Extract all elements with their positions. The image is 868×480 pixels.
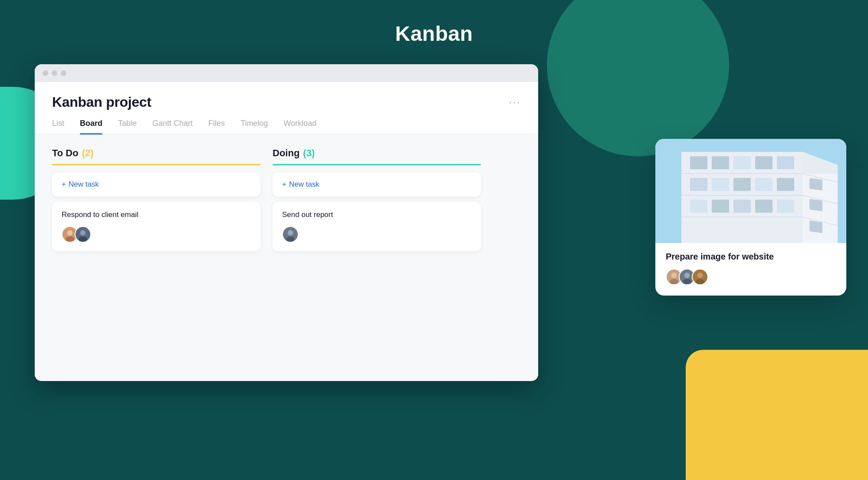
svg-point-5 <box>79 236 87 242</box>
svg-rect-15 <box>712 156 729 169</box>
column-todo-underline <box>52 164 260 165</box>
svg-rect-19 <box>690 178 707 191</box>
more-options-button[interactable]: ··· <box>509 97 521 108</box>
svg-rect-28 <box>777 200 794 213</box>
browser-dot-1 <box>43 70 48 76</box>
new-task-label: New task <box>69 180 99 189</box>
column-doing-title: Doing <box>273 148 299 159</box>
avatar-user-3 <box>282 226 299 243</box>
task-card-respond-email[interactable]: Respond to client email <box>52 202 260 251</box>
browser-titlebar <box>35 64 538 82</box>
tab-gantt-chart[interactable]: Gantt Chart <box>152 119 193 134</box>
project-header: Kanban project ··· <box>35 82 538 110</box>
svg-rect-16 <box>733 156 751 169</box>
new-task-label-doing: New task <box>289 180 319 189</box>
task-avatars-respond-email <box>62 226 251 243</box>
svg-point-38 <box>671 273 677 278</box>
floating-card-title: Prepare image for website <box>666 252 836 262</box>
column-doing-underline <box>273 164 481 165</box>
svg-point-39 <box>670 279 678 285</box>
column-doing-header: Doing (3) <box>273 148 481 159</box>
svg-rect-36 <box>809 220 822 233</box>
browser-dot-2 <box>52 70 57 76</box>
bg-decoration-rect-yellow <box>686 350 868 480</box>
column-doing: Doing (3) + New task Send out report <box>273 148 481 372</box>
floating-card-prepare-image[interactable]: Prepare image for website <box>655 139 846 296</box>
project-title: Kanban project <box>52 94 151 110</box>
task-title-send-report: Send out report <box>282 210 471 219</box>
board-area: To Do (2) + New task Respond to client e… <box>35 135 538 381</box>
avatar-user-2 <box>75 226 91 243</box>
svg-rect-27 <box>755 200 773 213</box>
svg-rect-26 <box>733 200 751 213</box>
task-avatars-send-report <box>282 226 471 243</box>
tab-list[interactable]: List <box>52 119 64 134</box>
svg-point-42 <box>683 279 691 285</box>
browser-content: Kanban project ··· List Board Table Gant… <box>35 82 538 381</box>
floating-card-avatars <box>666 269 836 285</box>
tab-table[interactable]: Table <box>118 119 137 134</box>
svg-point-45 <box>696 279 704 285</box>
svg-point-4 <box>80 230 86 236</box>
svg-rect-22 <box>755 178 773 191</box>
svg-rect-14 <box>690 156 707 169</box>
column-todo-title: To Do <box>52 148 79 159</box>
task-title-respond-email: Respond to client email <box>62 210 251 219</box>
column-doing-count: (3) <box>303 148 315 159</box>
tab-board[interactable]: Board <box>80 119 102 134</box>
avatar-prepare-3 <box>692 269 708 285</box>
column-todo-header: To Do (2) <box>52 148 260 159</box>
page-title: Kanban <box>395 22 473 46</box>
svg-point-2 <box>66 236 74 242</box>
svg-rect-17 <box>755 156 773 169</box>
column-todo: To Do (2) + New task Respond to client e… <box>52 148 260 372</box>
plus-icon-doing: + <box>282 180 286 189</box>
floating-card-image <box>655 139 846 243</box>
tab-files[interactable]: Files <box>208 119 225 134</box>
new-task-button-doing[interactable]: + New task <box>273 172 481 197</box>
tabs-bar: List Board Table Gantt Chart Files Timel… <box>35 110 538 135</box>
tab-timelog[interactable]: Timelog <box>240 119 268 134</box>
browser-dot-3 <box>61 70 66 76</box>
svg-point-7 <box>288 230 293 236</box>
browser-window: Kanban project ··· List Board Table Gant… <box>35 64 538 381</box>
svg-rect-24 <box>690 200 707 213</box>
tab-workload[interactable]: Workload <box>283 119 316 134</box>
column-todo-count: (2) <box>82 148 94 159</box>
floating-card-content: Prepare image for website <box>655 243 846 296</box>
svg-rect-20 <box>712 178 729 191</box>
svg-point-44 <box>697 273 703 278</box>
svg-rect-21 <box>733 178 751 191</box>
svg-rect-23 <box>777 178 794 191</box>
svg-point-41 <box>684 273 690 278</box>
task-card-send-report[interactable]: Send out report <box>273 202 481 251</box>
svg-rect-25 <box>712 200 729 213</box>
svg-rect-34 <box>809 178 822 191</box>
svg-point-1 <box>67 230 73 236</box>
plus-icon: + <box>62 180 66 189</box>
svg-point-8 <box>286 236 295 242</box>
svg-rect-35 <box>809 199 822 211</box>
bg-decoration-circle-teal <box>547 0 729 156</box>
svg-rect-18 <box>777 156 794 169</box>
new-task-button-todo[interactable]: + New task <box>52 172 260 197</box>
